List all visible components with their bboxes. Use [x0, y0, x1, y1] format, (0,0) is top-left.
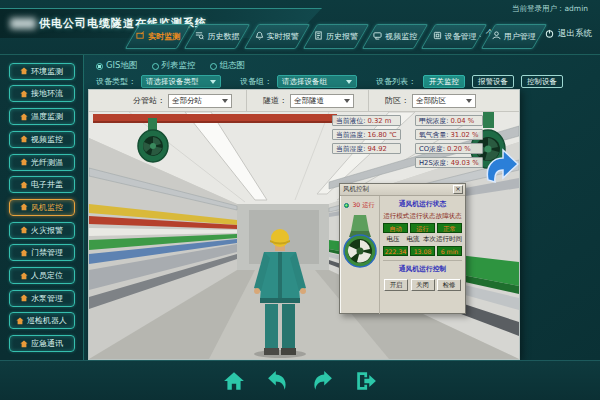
sidebar-item-fire-alarm[interactable]: 火灾报警 [9, 222, 75, 239]
zone-select[interactable]: 全部防区 [412, 94, 476, 108]
gas-readings-right: 甲烷浓度:0.04 % 氧气含量:31.02 % CO浓度:0.20 % H2S… [415, 115, 483, 168]
divider [383, 260, 462, 261]
app-root: 供电公司电缆隧道在线监测系统 当前登录用户：admin 个人中心 ▼ 退出系统 … [0, 0, 600, 400]
run-state-value: 运行 [410, 223, 435, 233]
forward-arrow-icon[interactable] [311, 370, 333, 392]
tab-video-monitor[interactable]: 视频监控 [369, 24, 421, 49]
dialog-title: 风机控制 [343, 185, 369, 194]
switch-monitor-button[interactable]: 开关监控 [423, 75, 465, 88]
chevron-down-icon [222, 99, 228, 103]
tunnel-label: 隧道： [263, 95, 287, 106]
radio-scada-diagram[interactable]: 组态图 [210, 60, 246, 72]
sidebar-item-ground-current[interactable]: 接地环流 [9, 85, 75, 102]
tunnel-3d-scene[interactable]: 当前液位:0.32 m 当前温度:16.80 ℃ 当前湿度:94.92 甲烷浓度… [89, 112, 519, 359]
fan-control-dialog: 风机控制 × 30 运行 [339, 183, 466, 314]
device-group-label: 设备组： [240, 76, 272, 87]
user-icon [492, 31, 501, 42]
fan-control-header: 通风机运行控制 [383, 264, 462, 274]
sidebar-item-temp-monitor[interactable]: 温度监测 [9, 108, 75, 125]
tab-device-manage[interactable]: 设备管理 [428, 24, 480, 49]
divider [368, 90, 369, 112]
device-icon [433, 31, 442, 42]
fan-model-icon [343, 213, 377, 269]
h2s-chip: H2S浓度:49.03 % [415, 157, 483, 168]
current-user-label: 当前登录用户：admin [512, 4, 588, 14]
station-select[interactable]: 全部分站 [168, 94, 232, 108]
fault-state-value: 正常 [437, 223, 462, 233]
fan-status-header: 通风机运行状态 [383, 199, 462, 209]
tab-realtime-alarm[interactable]: 实时报警 [251, 24, 303, 49]
header: 供电公司电缆隧道在线监测系统 当前登录用户：admin 个人中心 ▼ 退出系统 … [0, 0, 600, 55]
status-labels-row: 运行模式运行状态故障状态 [383, 212, 462, 221]
chevron-down-icon [346, 80, 352, 84]
exit-icon[interactable] [355, 370, 377, 392]
device-list-label: 设备列表： [376, 76, 416, 87]
alarm-device-button[interactable]: 报警设备 [472, 75, 514, 88]
metric-labels-row: 电压电流本次运行时间 [383, 235, 462, 244]
tab-user-manage[interactable]: 用户管理 [488, 24, 540, 49]
sidebar-item-inspection-robot[interactable]: 巡检机器人 [9, 312, 75, 329]
close-icon[interactable]: × [453, 185, 463, 194]
tunnel-select[interactable]: 全部隧道 [290, 94, 354, 108]
voltage-value: 222.34 V [383, 246, 408, 256]
sidebar-item-emergency-comm[interactable]: 应急通讯 [9, 335, 75, 352]
fan-stop-button[interactable]: 关闭 [411, 279, 435, 291]
fan-start-button[interactable]: 开启 [384, 279, 408, 291]
current-value: 13.08 A [410, 246, 435, 256]
station-label: 分管站： [133, 95, 165, 106]
power-icon [545, 29, 554, 40]
device-group-select[interactable]: 请选择设备组 [277, 75, 357, 88]
fan-status-label: 30 运行 [352, 201, 374, 210]
tab-history-alarm[interactable]: 历史报警 [310, 24, 362, 49]
sidebar-item-personnel-location[interactable]: 人员定位 [9, 267, 75, 284]
location-filter-bar: 分管站： 全部分站 隧道： 全部隧道 防区： 全部防区 [89, 90, 519, 112]
alarm-bell-icon [255, 31, 264, 42]
radio-gis-map[interactable]: GIS地图 [96, 60, 138, 72]
metric-values-row: 222.34 V 13.08 A 6 min [383, 246, 462, 256]
oxygen-chip: 氧气含量:31.02 % [415, 129, 483, 140]
device-filter-row: 设备类型： 请选择设备类型 设备组： 请选择设备组 设备列表： 开关监控 报警设… [96, 75, 596, 88]
fan-maintain-button[interactable]: 检修 [437, 279, 461, 291]
status-values-row: 自动 运行 正常 [383, 223, 462, 233]
chevron-down-icon [466, 99, 472, 103]
sidebar-item-fiber-temp[interactable]: 光纤测温 [9, 154, 75, 171]
run-mode-value: 自动 [383, 223, 408, 233]
runtime-value: 6 min [437, 246, 462, 256]
sidebar-item-fan-monitor[interactable]: 风机监控 [9, 199, 75, 216]
device-type-label: 设备类型： [96, 76, 136, 87]
sidebar-item-pump-manage[interactable]: 水泵管理 [9, 290, 75, 307]
tab-realtime-monitor[interactable]: 实时监测 [132, 24, 184, 49]
methane-chip: 甲烷浓度:0.04 % [415, 115, 483, 126]
history-alarm-icon [314, 31, 323, 42]
main-tabs: 实时监测 历史数据 实时报警 历史报警 视频监控 设备管理 [132, 24, 540, 49]
main-area: GIS地图 列表监控 组态图 设备类型： 请选择设备类型 设备组： 请选择设备组… [84, 55, 600, 360]
viewer-panel: 分管站： 全部分站 隧道： 全部隧道 防区： 全部防区 [88, 89, 520, 360]
chevron-down-icon [210, 80, 216, 84]
bottom-nav [0, 360, 600, 400]
co-chip: CO浓度:0.20 % [415, 143, 483, 154]
divider [246, 90, 247, 112]
control-device-button[interactable]: 控制设备 [521, 75, 563, 88]
humidity-chip: 当前湿度:94.92 [332, 143, 401, 154]
home-icon[interactable] [223, 370, 245, 392]
sidebar: 环境监测 接地环流 温度监测 视频监控 光纤测温 电子井盖 风机监控 火灾报警 … [0, 55, 84, 360]
chevron-down-icon [344, 99, 350, 103]
temperature-chip: 当前温度:16.80 ℃ [332, 129, 401, 140]
tab-history-data[interactable]: 历史数据 [191, 24, 243, 49]
back-arrow-icon[interactable] [267, 370, 289, 392]
red-cable-tray [93, 114, 337, 122]
water-level-chip: 当前液位:0.32 m [332, 115, 401, 126]
sidebar-item-manhole-cover[interactable]: 电子井盖 [9, 176, 75, 193]
env-readings-left: 当前液位:0.32 m 当前温度:16.80 ℃ 当前湿度:94.92 [332, 115, 401, 154]
sidebar-item-access-control[interactable]: 门禁管理 [9, 244, 75, 261]
redacted-company-name [10, 18, 36, 29]
sidebar-item-env-monitor[interactable]: 环境监测 [9, 63, 75, 80]
dialog-titlebar[interactable]: 风机控制 × [340, 184, 465, 196]
device-type-select[interactable]: 请选择设备类型 [141, 75, 221, 88]
radio-list-monitor[interactable]: 列表监控 [152, 60, 196, 72]
zone-label: 防区： [385, 95, 409, 106]
logout-link[interactable]: 退出系统 [558, 28, 592, 40]
sidebar-item-video-monitor[interactable]: 视频监控 [9, 131, 75, 148]
status-led [344, 203, 349, 208]
view-mode-radios: GIS地图 列表监控 组态图 [96, 60, 245, 72]
